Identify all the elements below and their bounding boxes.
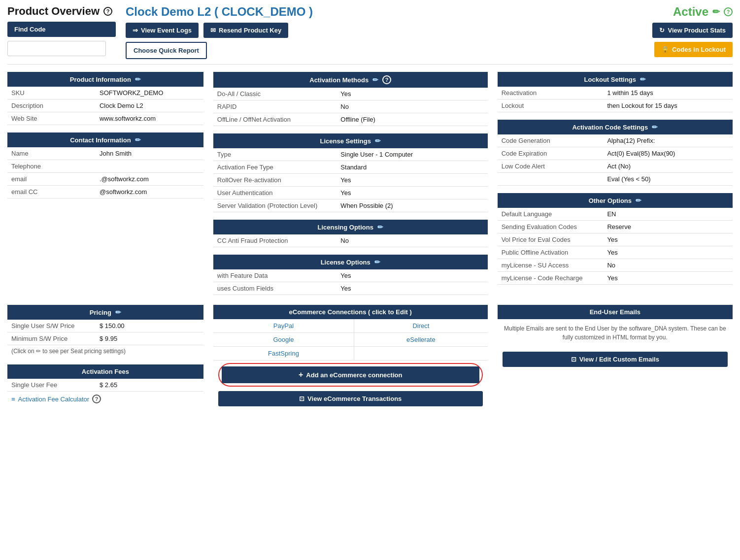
table-row: Google eSellerate [213,333,488,347]
activation-code-settings-section: Activation Code Settings ✏ Code Generati… [498,120,733,186]
other-options-section: Other Options ✏ Default LanguageENSendin… [498,193,733,285]
table-row: Lockoutthen Lockout for 15 days [498,99,733,112]
table-row: CC Anti Fraud ProtectionNo [213,234,488,247]
resend-product-key-button[interactable]: Resend Product Key [203,23,288,38]
edit-status-icon[interactable]: ✏ [712,6,720,17]
status-help-icon[interactable]: ? [724,7,733,16]
table-row: OffLine / OffNet ActivationOffline (File… [213,113,488,126]
table-row: Telephone [7,160,203,173]
add-ecommerce-button[interactable]: + Add an eCommerce connection [222,366,479,383]
table-row: email.@softworkz.com [7,173,203,186]
table-row: myLicense - SU AccessNo [498,259,733,272]
license-options-table: with Feature DataYesuses Custom FieldsYe… [213,269,488,295]
activation-fee-calculator-link[interactable]: Activation Fee Calculator [18,395,90,403]
contact-info-section: Contact Information ✏ NameJohn SmithTele… [7,132,203,198]
activation-methods-table: Do-All / ClassicYesRAPIDNoOffLine / OffN… [213,88,488,126]
activation-fees-section: Activation Fees Single User Fee $ 2.65 ≡… [7,364,203,406]
lockout-settings-edit-icon[interactable]: ✏ [640,75,646,83]
find-code-button[interactable]: Find Code [7,22,116,37]
add-ecommerce-wrapper: + Add an eCommerce connection [218,363,483,387]
table-row: with Feature DataYes [213,269,488,282]
contact-info-edit-icon[interactable]: ✏ [135,136,141,144]
refresh-icon [659,27,665,34]
ecommerce-table: PayPal Direct Google eSellerate FastSpri… [213,319,488,361]
table-row: Reactivation1 within 15 days [498,87,733,99]
table-row: Eval (Yes < 50) [498,173,733,186]
license-settings-table: TypeSingle User - 1 ComputerActivation F… [213,148,488,212]
end-user-emails-section: End-User Emails Multiple Emails are sent… [498,305,733,372]
activation-fees-table: Single User Fee $ 2.65 [7,379,203,392]
pricing-note: (Click on ✏ to see per Seat pricing sett… [7,345,203,357]
view-ecommerce-transactions-button[interactable]: View eCommerce Transactions [218,391,483,406]
table-row: Low Code AlertAct (No) [498,160,733,173]
product-info-table: SKUSOFTWORKZ_DEMODescriptionClock Demo L… [7,87,203,125]
table-row: FastSpring [213,347,488,361]
pricing-section: Pricing ✏ Single User S/W Price $ 150.00… [7,305,203,357]
view-product-stats-button[interactable]: View Product Stats [652,23,733,38]
product-info-section: Product Information ✏ SKUSOFTWORKZ_DEMOD… [7,72,203,125]
table-row: Single User S/W Price $ 150.00 [7,320,203,332]
table-row: Vol Price for Eval CodesYes [498,233,733,246]
status-label: Active ✏ ? [673,5,733,19]
table-row: Server Validation (Protection Level)When… [213,199,488,212]
license-options-section: License Options ✏ with Feature DataYesus… [213,255,488,295]
choose-quick-report-button[interactable]: Choose Quick Report [126,42,207,59]
monitor-icon [299,395,304,402]
lockout-settings-section: Lockout Settings ✏ Reactivation1 within … [498,72,733,112]
table-row: Do-All / ClassicYes [213,88,488,100]
end-user-emails-description: Multiple Emails are sent to the End User… [498,319,733,347]
table-row: RAPIDNo [213,100,488,113]
lockout-settings-table: Reactivation1 within 15 daysLockoutthen … [498,87,733,112]
table-row: NameJohn Smith [7,147,203,160]
licensing-options-section: Licensing Options ✏ CC Anti Fraud Protec… [213,220,488,247]
table-row: SKUSOFTWORKZ_DEMO [7,87,203,99]
contact-info-table: NameJohn SmithTelephoneemail.@softworkz.… [7,147,203,198]
view-event-logs-button[interactable]: View Event Logs [126,23,199,38]
find-code-input[interactable] [7,41,106,56]
table-row: Minimum S/W Price $ 9.95 [7,332,203,345]
table-row: RollOver Re-activationYes [213,174,488,187]
table-row: User AuthenticationYes [213,187,488,199]
license-options-edit-icon[interactable]: ✏ [374,258,380,266]
activation-fee-calculator-row: ≡ Activation Fee Calculator ? [7,392,203,406]
mail-icon [210,27,216,34]
product-title: Clock Demo L2 ( CLOCK_DEMO ) [126,5,595,19]
table-row: Single User Fee $ 2.65 [7,379,203,392]
plus-icon: + [299,370,303,379]
activation-code-settings-edit-icon[interactable]: ✏ [652,123,658,131]
other-options-edit-icon[interactable]: ✏ [636,197,641,204]
table-row: PayPal Direct [213,319,488,333]
table-row: Public Offline ActivationYes [498,246,733,259]
activation-methods-section: Activation Methods ✏ ? Do-All / ClassicY… [213,72,488,126]
pricing-table: Single User S/W Price $ 150.00 Minimum S… [7,320,203,345]
table-row: uses Custom FieldsYes [213,282,488,295]
table-row: myLicense - Code RechargeYes [498,272,733,285]
license-settings-section: License Settings ✏ TypeSingle User - 1 C… [213,133,488,212]
calc-help-icon[interactable]: ? [92,395,101,403]
page-title: Product Overview ? [7,5,116,18]
calc-icon: ≡ [11,395,15,403]
licensing-options-edit-icon[interactable]: ✏ [377,223,383,231]
table-row: Code ExpirationAct(0) Eval(85) Max(90) [498,147,733,160]
table-row: Sending Evaluation CodesReserve [498,221,733,233]
codes-in-lockout-button[interactable]: Codes in Lockout [654,42,733,57]
table-row: DescriptionClock Demo L2 [7,99,203,112]
arrows-icon [133,27,138,34]
activation-methods-edit-icon[interactable]: ✏ [372,76,378,84]
table-row: Default LanguageEN [498,208,733,221]
page-title-help-icon[interactable]: ? [103,7,112,16]
pricing-edit-icon[interactable]: ✏ [115,308,121,316]
table-row: email CC@softworkz.com [7,186,203,198]
monitor-icon-emails [571,356,576,363]
product-info-edit-icon[interactable]: ✏ [135,75,141,83]
activation-code-settings-table: Code GenerationAlpha(12) Prefix:Code Exp… [498,134,733,186]
table-row: Activation Fee TypeStandard [213,161,488,174]
licensing-options-table: CC Anti Fraud ProtectionNo [213,234,488,247]
ecommerce-section: eCommerce Connections ( click to Edit ) … [213,305,488,408]
lock-icon [661,46,669,53]
license-settings-edit-icon[interactable]: ✏ [375,137,381,145]
view-edit-custom-emails-button[interactable]: View / Edit Custom Emails [503,352,728,367]
table-row: Web Sitewww.softworkz.com [7,112,203,125]
other-options-table: Default LanguageENSending Evaluation Cod… [498,208,733,285]
activation-methods-help-icon[interactable]: ? [382,75,391,84]
